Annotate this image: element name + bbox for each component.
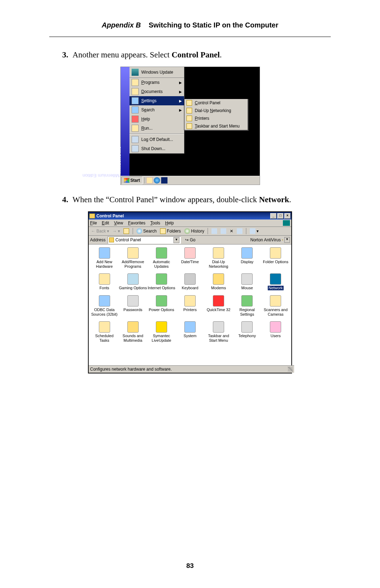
menu-item-settings[interactable]: Settings▶ [129,96,184,105]
cp-item-odbc-data-sources-32bit-[interactable]: ODBC Data Sources (32bit) [90,295,119,316]
address-bar: Address Control Panel ▼ ↪ Go Norton Anti… [89,236,291,245]
cp-item-icon [184,295,196,307]
toolbar: ← Back ▾ → ▾ Search Folders History ✕ ▾ [89,227,291,236]
cp-item-keyboard[interactable]: Keyboard [176,273,204,290]
cp-item-icon [241,247,253,259]
cp-item-users[interactable]: Users [261,321,290,342]
close-button[interactable]: × [284,213,291,219]
move-to-button[interactable] [210,228,218,234]
undo-button[interactable] [236,228,243,234]
submenu-item-control-panel[interactable]: Control Panel [184,99,248,107]
menu-item-shut-down-[interactable]: Shut Down... [129,144,184,153]
cp-item-mouse[interactable]: Mouse [233,273,261,290]
cp-item-sounds-and-multimedia[interactable]: Sounds and Multimedia [119,321,147,342]
cp-item-folder-options[interactable]: Folder Options [261,247,290,268]
page-number: 83 [0,562,380,570]
menu-item-help[interactable]: Help [129,114,184,124]
menu-item-windows-update[interactable]: Windows Update [129,67,184,78]
chevron-down-icon[interactable]: ▼ [173,237,179,243]
cp-item-icon [270,295,281,307]
menu-file[interactable]: File [90,221,97,225]
cp-item-printers[interactable]: Printers [176,295,204,316]
submenu-arrow-icon: ▶ [179,99,182,103]
folder-up-icon [124,228,129,234]
menu-icon [132,97,139,104]
cp-item-scheduled-tasks[interactable]: Scheduled Tasks [90,321,119,342]
delete-button[interactable]: ✕ [229,229,234,234]
cp-item-add-new-hardware[interactable]: Add New Hardware [90,247,119,268]
cp-item-icon [270,247,281,259]
submenu-item-taskbar-and-start-menu[interactable]: Taskbar and Start Menu [184,122,248,130]
cp-item-display[interactable]: Display [233,247,261,268]
page-header: Appendix B Switching to Static IP on the… [49,21,331,29]
menu-favorites[interactable]: Favorites [128,221,145,225]
cp-item-network[interactable]: Network [261,273,290,290]
submenu-item-printers[interactable]: Printers [184,114,248,122]
cp-item-icon [270,273,281,285]
cp-item-scanners-and-cameras[interactable]: Scanners and Cameras [261,295,290,316]
menu-item-run-[interactable]: Run... [129,124,184,133]
chevron-down-icon[interactable]: ▼ [284,237,290,243]
cp-item-icon [241,273,253,285]
go-button[interactable]: ↪ Go [183,237,197,242]
cp-item-automatic-updates[interactable]: Automatic Updates [147,247,176,268]
menu-icon [132,136,139,143]
show-desktop-icon[interactable] [146,177,153,184]
cp-item-quicktime-32[interactable]: QuickTime 32 [204,295,233,316]
address-combo[interactable]: Control Panel ▼ [108,236,181,244]
cp-item-symantec-liveupdate[interactable]: Symantec LiveUpdate [147,321,176,342]
submenu-arrow-icon: ▶ [179,81,182,85]
cp-item-dial-up-networking[interactable]: Dial-Up Networking [204,247,233,268]
ie-icon[interactable] [154,177,160,184]
step-4: 4. When the “Control Panel” window appea… [53,194,327,205]
norton-icon[interactable] [282,240,283,240]
menu-help[interactable]: Help [165,221,174,225]
minimize-button[interactable]: _ [270,213,277,219]
media-player-icon[interactable] [161,177,167,184]
menu-item-documents[interactable]: Documents▶ [129,87,184,96]
menu-item-search[interactable]: Search▶ [129,105,184,114]
cp-item-regional-settings[interactable]: Regional Settings [233,295,261,316]
cp-item-gaming-options[interactable]: Gaming Options [119,273,147,290]
menu-icon [132,125,139,132]
control-panel-icon [109,237,114,242]
menu-edit[interactable]: Edit [102,221,109,225]
cp-item-icon [99,273,110,285]
up-button[interactable] [122,228,130,234]
menu-item-programs[interactable]: Programs▶ [129,78,184,87]
menu-item-log-off-default-[interactable]: Log Off Default... [129,135,184,144]
settings-submenu: Control PanelDial-Up NetworkingPrintersT… [184,99,248,130]
menu-icon [132,79,139,86]
folders-button[interactable]: Folders [159,228,182,234]
menu-tools[interactable]: Tools [150,221,160,225]
cp-item-icon [127,273,139,285]
start-menu-banner: Windows Me Millennium Edition [121,67,129,176]
menu-view[interactable]: View [114,221,123,225]
header-rule [49,36,331,37]
history-button[interactable]: History [183,228,205,234]
resize-grip[interactable] [288,367,293,372]
cp-item-date-time[interactable]: Date/Time [176,247,204,268]
forward-button[interactable]: → ▾ [112,229,121,234]
views-button[interactable]: ▾ [249,228,260,234]
search-button[interactable]: Search [135,228,158,234]
cp-item-fonts[interactable]: Fonts [90,273,119,290]
start-button[interactable]: Start [121,177,142,184]
cp-item-power-options[interactable]: Power Options [147,295,176,316]
back-button[interactable]: ← Back ▾ [90,229,110,234]
cp-item-icon [127,247,139,259]
cp-item-icon [99,321,110,333]
cp-item-taskbar-and-start-menu[interactable]: Taskbar and Start Menu [204,321,233,342]
copy-to-button[interactable] [220,228,227,234]
submenu-item-dial-up-networking[interactable]: Dial-Up Networking [184,107,248,114]
cp-item-icon [99,295,110,307]
cp-item-internet-options[interactable]: Internet Options [147,273,176,290]
history-icon [184,228,190,234]
maximize-button[interactable]: □ [277,213,284,219]
cp-item-modems[interactable]: Modems [204,273,233,290]
header-title: Switching to Static IP on the Computer [148,21,278,29]
cp-item-system[interactable]: System [176,321,204,342]
cp-item-telephony[interactable]: Telephony [233,321,261,342]
cp-item-passwords[interactable]: Passwords [119,295,147,316]
cp-item-add-remove-programs[interactable]: Add/Remove Programs [119,247,147,268]
